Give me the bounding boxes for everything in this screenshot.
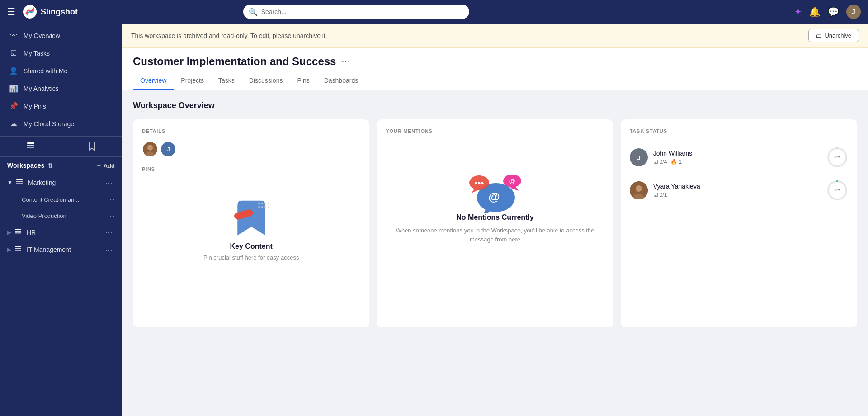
- svg-point-23: [478, 182, 480, 184]
- notifications-icon[interactable]: 🔔: [809, 6, 821, 17]
- john-tasks-count: 0/4: [660, 159, 667, 165]
- svg-rect-2: [27, 145, 34, 146]
- details-card: DETAILS J PINS: [133, 119, 369, 327]
- pins-icon: 📌: [9, 102, 18, 110]
- cards-grid: DETAILS J PINS: [133, 119, 857, 327]
- sidebar-item-my-pins[interactable]: 📌 My Pins: [0, 97, 122, 115]
- vyara-tasks-count: 0/1: [660, 192, 667, 198]
- john-name: John Williams: [653, 150, 821, 157]
- workspace-context-menu-hr[interactable]: ⋯: [103, 227, 115, 237]
- john-avatar: J: [630, 148, 648, 166]
- child-context-menu-video[interactable]: ⋯: [107, 211, 115, 221]
- cloud-icon: ☁: [9, 119, 18, 128]
- sidebar-item-my-tasks[interactable]: ☑ My Tasks: [0, 44, 122, 62]
- workspace-layers-icon: [15, 178, 24, 188]
- tab-tasks[interactable]: Tasks: [211, 73, 242, 90]
- sidebar-item-my-overview[interactable]: 〰 My Overview: [0, 27, 122, 44]
- sidebar-tab-bookmarks[interactable]: [61, 137, 122, 156]
- mentions-card: YOUR MENTIONS @: [377, 119, 613, 327]
- svg-text:0%: 0%: [834, 155, 840, 159]
- layers-icon: [26, 141, 36, 151]
- tab-pins[interactable]: Pins: [290, 73, 316, 90]
- add-label: Add: [104, 162, 115, 169]
- user-avatar[interactable]: J: [846, 5, 861, 19]
- sidebar-item-label-overview: My Overview: [24, 32, 60, 39]
- workspace-layers-icon-it: [14, 245, 22, 255]
- checkbox-icon: ☑: [653, 159, 658, 165]
- svg-point-31: [636, 185, 642, 192]
- sort-icon[interactable]: ⇅: [48, 162, 53, 169]
- workspace-layers-icon-hr: [14, 227, 22, 237]
- child-context-menu[interactable]: ⋯: [107, 194, 115, 204]
- sidebar-item-my-cloud-storage[interactable]: ☁ My Cloud Storage: [0, 115, 122, 132]
- svg-text:@: @: [488, 190, 500, 203]
- tab-discussions[interactable]: Discussions: [242, 73, 290, 90]
- ai-icon[interactable]: ✦: [794, 6, 802, 17]
- workspace-tabs: Overview Projects Tasks Discussions Pins…: [133, 73, 857, 90]
- unarchive-button[interactable]: 🗃 Unarchive: [808, 29, 859, 42]
- svg-rect-6: [16, 179, 23, 180]
- svg-rect-11: [15, 248, 21, 249]
- svg-rect-9: [15, 229, 21, 230]
- john-info: John Williams ☑ 0/4 🔥 1: [653, 150, 821, 165]
- pins-section-label: PINS: [142, 166, 360, 172]
- svg-point-24: [481, 182, 483, 184]
- app-body: 〰 My Overview ☑ My Tasks 👤 Shared with M…: [0, 24, 868, 416]
- add-workspace-button[interactable]: ＋ Add: [96, 161, 115, 170]
- workspace-name-hr: HR: [27, 229, 103, 236]
- sidebar-item-label-shared: Shared with Me: [24, 67, 67, 75]
- sidebar-item-my-analytics[interactable]: 📊 My Analytics: [0, 80, 122, 97]
- svg-text:0%: 0%: [834, 188, 840, 192]
- overview-title: Workspace Overview: [133, 101, 857, 110]
- svg-point-22: [475, 182, 477, 184]
- vyara-progress-circle: 0%: [826, 180, 848, 201]
- key-content-illustration: [229, 197, 274, 242]
- vyara-name: Vyara Yanakieva: [653, 183, 821, 190]
- workspace-name-it: IT Management: [27, 246, 103, 253]
- sidebar-item-label-pins: My Pins: [24, 103, 46, 110]
- tab-overview[interactable]: Overview: [133, 73, 174, 90]
- workspace-context-menu-it[interactable]: ⋯: [103, 245, 115, 255]
- sidebar-tab-workspaces[interactable]: [0, 137, 61, 156]
- task-status-card: TASK STATUS J John Williams ☑ 0/4: [621, 119, 857, 327]
- svg-rect-10: [15, 250, 21, 251]
- messages-icon[interactable]: 💬: [828, 6, 839, 17]
- key-content-desc: Pin crucial stuff here for easy access: [203, 254, 299, 261]
- sidebar: 〰 My Overview ☑ My Tasks 👤 Shared with M…: [0, 24, 122, 416]
- svg-rect-4: [16, 183, 23, 184]
- svg-text:@: @: [509, 178, 515, 184]
- analytics-icon: 📊: [9, 84, 18, 93]
- workspace-menu-icon[interactable]: ⋯: [341, 56, 350, 67]
- workspace-child-content-creation[interactable]: Content Creation an... ⋯: [0, 191, 122, 208]
- mentions-graphic: @ @: [463, 168, 527, 213]
- hamburger-menu[interactable]: ☰: [7, 6, 15, 17]
- workspace-context-menu[interactable]: ⋯: [103, 178, 115, 188]
- workspace-name-marketing: Marketing: [28, 179, 103, 186]
- child-workspace-name: Content Creation an...: [22, 196, 107, 203]
- svg-rect-5: [16, 181, 23, 182]
- john-urgent-count: 1: [679, 159, 682, 165]
- workspaces-header: Workspaces ⇅ ＋ Add: [0, 157, 122, 174]
- search-input[interactable]: [243, 5, 469, 19]
- sidebar-item-label-analytics: My Analytics: [24, 85, 59, 92]
- workspace-item-it-management[interactable]: ▶ IT Management ⋯: [0, 241, 122, 258]
- john-tasks: ☑ 0/4: [653, 159, 667, 165]
- task-row-vyara: Vyara Yanakieva ☑ 0/1 0%: [630, 174, 848, 207]
- details-card-label: DETAILS: [142, 128, 360, 134]
- topnav-right-actions: ✦ 🔔 💬 J: [794, 5, 861, 19]
- shared-icon: 👤: [9, 66, 18, 75]
- no-mentions-title: No Mentions Currently: [456, 213, 534, 222]
- vyara-info: Vyara Yanakieva ☑ 0/1: [653, 183, 821, 198]
- tab-projects[interactable]: Projects: [174, 73, 211, 90]
- sidebar-item-shared-with-me[interactable]: 👤 Shared with Me: [0, 62, 122, 80]
- workspace-item-marketing[interactable]: ▼ Marketing ⋯: [0, 174, 122, 191]
- overview-icon: 〰: [9, 32, 18, 40]
- bookmark-icon: [87, 141, 96, 151]
- workspace-child-video-production[interactable]: Video Production ⋯: [0, 208, 122, 224]
- workspace-title-row: Customer Implementation and Success ⋯: [133, 55, 857, 68]
- workspace-item-hr[interactable]: ▶ HR ⋯: [0, 224, 122, 241]
- sidebar-item-label-tasks: My Tasks: [24, 50, 50, 57]
- vyara-tasks: ☑ 0/1: [653, 192, 667, 198]
- app-name: Slingshot: [41, 7, 78, 17]
- tab-dashboards[interactable]: Dashboards: [317, 73, 366, 90]
